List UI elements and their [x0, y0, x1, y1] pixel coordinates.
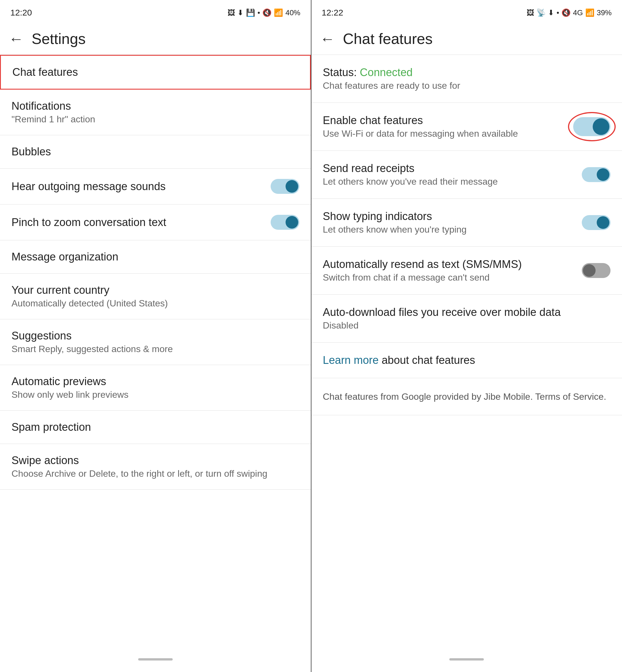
- wifi-icon-r: 📶: [585, 8, 594, 17]
- pinch-zoom-toggle[interactable]: [271, 215, 299, 230]
- notifications-subtitle: "Remind 1 hr" action: [11, 114, 299, 125]
- read-receipts-text: Send read receipts Let others know you'v…: [323, 162, 582, 187]
- sidebar-item-bubbles[interactable]: Bubbles: [0, 135, 311, 169]
- sidebar-item-message-org[interactable]: Message organization: [0, 240, 311, 274]
- autodownload-title: Auto-download files you receive over mob…: [323, 306, 611, 318]
- notifications-title: Notifications: [11, 100, 299, 112]
- suggestions-title: Suggestions: [11, 330, 299, 342]
- country-subtitle: Automatically detected (United States): [11, 298, 299, 309]
- suggestions-subtitle: Smart Reply, suggested actions & more: [11, 344, 299, 354]
- back-button-left[interactable]: ←: [9, 31, 24, 46]
- read-receipts-toggle[interactable]: [582, 167, 611, 182]
- typing-subtitle: Let others know when you're typing: [323, 224, 576, 235]
- hear-sounds-title: Hear outgoing message sounds: [11, 180, 166, 193]
- left-panel: 12:20 🖼 ⬇ 💾 • 🔇 📶 40% ← Settings Chat fe…: [0, 0, 311, 672]
- photo-icon: 🖼: [228, 8, 235, 17]
- read-receipts-toggle-knob: [597, 168, 609, 181]
- wifi-icon: 📶: [274, 8, 283, 17]
- resend-subtitle: Switch from chat if a message can't send: [323, 272, 576, 283]
- autodownload-subtitle: Disabled: [323, 320, 611, 331]
- scrollbar-right[interactable]: [449, 658, 484, 661]
- sidebar-item-pinch-zoom[interactable]: Pinch to zoom conversation text: [0, 205, 311, 240]
- time-right: 12:22: [322, 8, 343, 17]
- enable-chat-toggle-wrapper: [573, 117, 611, 136]
- mute-icon-r: 🔇: [561, 8, 571, 17]
- footer-row: Chat features from Google provided by Ji…: [311, 378, 622, 415]
- swipe-title: Swipe actions: [11, 454, 299, 467]
- enable-chat-row[interactable]: Enable chat features Use Wi-Fi or data f…: [311, 103, 622, 151]
- data-icon-r: 📡: [537, 8, 546, 17]
- sidebar-item-spam[interactable]: Spam protection: [0, 411, 311, 444]
- status-bar-right: 12:22 🖼 📡 ⬇ • 🔇 4G 📶 39%: [311, 0, 622, 23]
- status-subtitle: Chat features are ready to use for: [323, 80, 611, 91]
- hear-sounds-toggle-knob: [285, 180, 298, 193]
- auto-previews-subtitle: Show only web link previews: [11, 389, 299, 400]
- enable-chat-toggle-knob: [593, 118, 609, 135]
- country-title: Your current country: [11, 284, 299, 296]
- auto-previews-title: Automatic previews: [11, 375, 299, 388]
- spam-title: Spam protection: [11, 421, 299, 433]
- learn-more-suffix: about chat features: [379, 354, 475, 366]
- enable-chat-text: Enable chat features Use Wi-Fi or data f…: [323, 114, 574, 139]
- top-bar-right: ← Chat features: [311, 23, 622, 55]
- pinch-zoom-toggle-knob: [285, 216, 298, 228]
- sidebar-item-auto-previews[interactable]: Automatic previews Show only web link pr…: [0, 365, 311, 411]
- enable-chat-subtitle: Use Wi-Fi or data for messaging when ava…: [323, 128, 568, 139]
- lte-icon-r: 4G: [573, 8, 583, 17]
- photo-icon-r: 🖼: [527, 8, 534, 17]
- typing-toggle-knob: [597, 216, 609, 229]
- status-value: Connected: [360, 66, 413, 78]
- typing-title: Show typing indicators: [323, 210, 576, 222]
- page-title-left: Settings: [32, 30, 85, 47]
- status-icons-right: 🖼 📡 ⬇ • 🔇 4G 📶 39%: [527, 8, 612, 17]
- sidebar-item-hear-sounds[interactable]: Hear outgoing message sounds: [0, 169, 311, 205]
- resend-toggle-knob: [583, 264, 595, 277]
- resend-text: Automatically resend as text (SMS/MMS) S…: [323, 258, 582, 283]
- swipe-subtitle: Choose Archive or Delete, to the right o…: [11, 468, 299, 479]
- battery-right: 39%: [597, 8, 612, 17]
- scrollbar-left[interactable]: [138, 658, 173, 661]
- top-bar-left: ← Settings: [0, 23, 311, 55]
- bubbles-title: Bubbles: [11, 146, 299, 158]
- chat-features-title: Chat features: [12, 66, 78, 78]
- enable-chat-toggle[interactable]: [573, 117, 611, 136]
- right-panel: 12:22 🖼 📡 ⬇ • 🔇 4G 📶 39% ← Chat features…: [311, 0, 622, 672]
- resend-toggle[interactable]: [582, 263, 611, 278]
- sidebar-item-country[interactable]: Your current country Automatically detec…: [0, 274, 311, 319]
- mute-icon: 🔇: [262, 8, 272, 17]
- page-title-right: Chat features: [343, 30, 433, 47]
- status-bar-left: 12:20 🖼 ⬇ 💾 • 🔇 📶 40%: [0, 0, 311, 23]
- back-button-right[interactable]: ←: [320, 31, 335, 46]
- enable-chat-title: Enable chat features: [323, 114, 568, 127]
- hear-sounds-toggle[interactable]: [271, 179, 299, 194]
- read-receipts-title: Send read receipts: [323, 162, 576, 175]
- typing-indicators-row[interactable]: Show typing indicators Let others know w…: [311, 199, 622, 247]
- battery-left: 40%: [285, 8, 300, 17]
- sidebar-item-swipe[interactable]: Swipe actions Choose Archive or Delete, …: [0, 444, 311, 490]
- learn-more-row[interactable]: Learn more about chat features: [311, 343, 622, 378]
- typing-text: Show typing indicators Let others know w…: [323, 210, 582, 235]
- dot-icon: •: [257, 8, 260, 17]
- time-left: 12:20: [10, 8, 32, 17]
- autodownload-row[interactable]: Auto-download files you receive over mob…: [311, 295, 622, 343]
- learn-more-link[interactable]: Learn more: [323, 354, 379, 366]
- typing-toggle[interactable]: [582, 215, 611, 230]
- status-icons-left: 🖼 ⬇ 💾 • 🔇 📶 40%: [228, 8, 300, 17]
- dot-icon-r: •: [556, 8, 559, 17]
- message-org-title: Message organization: [11, 251, 299, 263]
- read-receipts-row[interactable]: Send read receipts Let others know you'v…: [311, 151, 622, 199]
- footer-text: Chat features from Google provided by Ji…: [323, 390, 611, 403]
- download-icon: ⬇: [237, 8, 244, 17]
- resend-title: Automatically resend as text (SMS/MMS): [323, 258, 576, 271]
- status-label: Status:: [323, 66, 357, 78]
- read-receipts-subtitle: Let others know you've read their messag…: [323, 176, 576, 187]
- download-icon-r: ⬇: [548, 8, 554, 17]
- sidebar-item-notifications[interactable]: Notifications "Remind 1 hr" action: [0, 90, 311, 135]
- pinch-zoom-title: Pinch to zoom conversation text: [11, 216, 166, 228]
- resend-row[interactable]: Automatically resend as text (SMS/MMS) S…: [311, 247, 622, 295]
- sidebar-item-chat-features[interactable]: Chat features: [0, 55, 311, 90]
- sidebar-item-suggestions[interactable]: Suggestions Smart Reply, suggested actio…: [0, 319, 311, 365]
- sd-icon: 💾: [246, 8, 255, 17]
- status-row: Status: Connected Chat features are read…: [311, 55, 622, 103]
